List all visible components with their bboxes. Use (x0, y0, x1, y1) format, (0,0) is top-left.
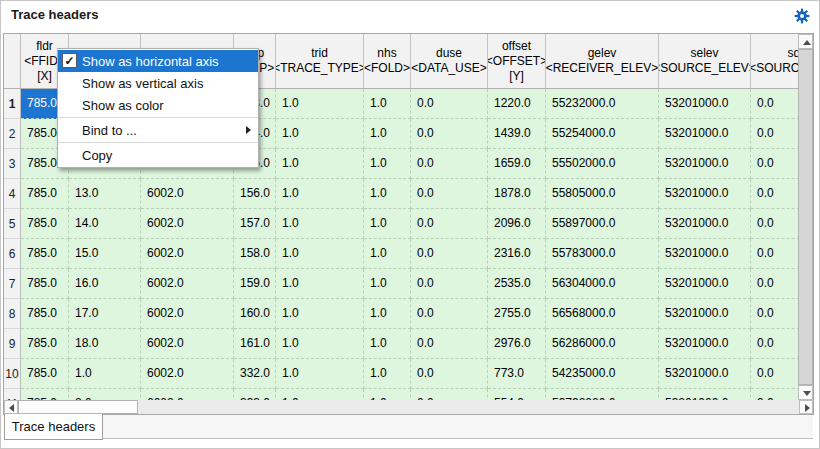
cell-trid-row8[interactable]: 1.0 (276, 299, 364, 329)
cell-sdepth-row6[interactable]: 0.0 (751, 239, 798, 269)
horizontal-scrollbar[interactable] (4, 400, 813, 414)
cell-cdp-row7[interactable]: 159.0 (234, 269, 276, 299)
cell-selev-row10[interactable]: 53201000.0 (659, 359, 751, 389)
cell-nhs-row7[interactable]: 1.0 (364, 269, 411, 299)
column-header-selev[interactable]: selev<SOURCE_ELEV> (659, 34, 751, 89)
cell-cdp-row9[interactable]: 161.0 (234, 329, 276, 359)
cell-nhs-row8[interactable]: 1.0 (364, 299, 411, 329)
cell-cdp-row6[interactable]: 158.0 (234, 239, 276, 269)
cell-ep-row7[interactable]: 6002.0 (141, 269, 234, 299)
cell-sdepth-row8[interactable]: 0.0 (751, 299, 798, 329)
cell-duse-row5[interactable]: 0.0 (411, 209, 488, 239)
cell-nhs-row10[interactable]: 1.0 (364, 359, 411, 389)
scroll-up-button[interactable] (798, 34, 813, 49)
menu-item-bind-to[interactable]: Bind to ... (58, 119, 258, 141)
cell-ep-row10[interactable]: 6002.0 (141, 359, 234, 389)
horizontal-scrollbar-thumb[interactable] (18, 400, 138, 414)
cell-sdepth-row11[interactable]: 0.0 (751, 389, 798, 400)
row-header-11[interactable]: 11 (4, 389, 21, 400)
cell-fldr-row7[interactable]: 785.0 (21, 269, 69, 299)
cell-cdp-row11[interactable]: 333.0 (234, 389, 276, 400)
column-header-nhs[interactable]: nhs<FOLD> (364, 34, 411, 89)
cell-offset-row11[interactable]: 554.0 (488, 389, 546, 400)
cell-offset-row3[interactable]: 1659.0 (488, 149, 546, 179)
cell-ep-row11[interactable]: 6002.0 (141, 389, 234, 400)
cell-trid-row3[interactable]: 1.0 (276, 149, 364, 179)
menu-item-show-as-vertical-axis[interactable]: Show as vertical axis (58, 72, 258, 94)
cell-gelev-row3[interactable]: 55502000.0 (546, 149, 659, 179)
cell-offset-row8[interactable]: 2755.0 (488, 299, 546, 329)
vertical-scrollbar-thumb[interactable] (798, 49, 813, 385)
scroll-left-button[interactable] (4, 400, 18, 414)
cell-selev-row6[interactable]: 53201000.0 (659, 239, 751, 269)
cell-nhs-row5[interactable]: 1.0 (364, 209, 411, 239)
cell-fldr-row9[interactable]: 785.0 (21, 329, 69, 359)
cell-selev-row7[interactable]: 53201000.0 (659, 269, 751, 299)
cell-gelev-row9[interactable]: 56286000.0 (546, 329, 659, 359)
cell-offset-row5[interactable]: 2096.0 (488, 209, 546, 239)
cell-duse-row10[interactable]: 0.0 (411, 359, 488, 389)
header-corner-cell[interactable] (4, 34, 21, 89)
cell-ep-row9[interactable]: 6002.0 (141, 329, 234, 359)
cell-trid-row6[interactable]: 1.0 (276, 239, 364, 269)
cell-fldr-row5[interactable]: 785.0 (21, 209, 69, 239)
cell-sdepth-row3[interactable]: 0.0 (751, 149, 798, 179)
cell-sdepth-row9[interactable]: 0.0 (751, 329, 798, 359)
cell-sdepth-row7[interactable]: 0.0 (751, 269, 798, 299)
cell-fldr-row10[interactable]: 785.0 (21, 359, 69, 389)
cell-nhs-row11[interactable]: 1.0 (364, 389, 411, 400)
cell-duse-row6[interactable]: 0.0 (411, 239, 488, 269)
row-header-5[interactable]: 5 (4, 209, 21, 239)
cell-sdepth-row5[interactable]: 0.0 (751, 209, 798, 239)
cell-offset-row9[interactable]: 2976.0 (488, 329, 546, 359)
cell-ep-row4[interactable]: 6002.0 (141, 179, 234, 209)
cell-nhs-row6[interactable]: 1.0 (364, 239, 411, 269)
cell-cdp-row5[interactable]: 157.0 (234, 209, 276, 239)
cell-trid-row1[interactable]: 1.0 (276, 89, 364, 119)
cell-selev-row2[interactable]: 53201000.0 (659, 119, 751, 149)
cell-selev-row9[interactable]: 53201000.0 (659, 329, 751, 359)
cell-sdepth-row1[interactable]: 0.0 (751, 89, 798, 119)
row-header-6[interactable]: 6 (4, 239, 21, 269)
cell-selev-row1[interactable]: 53201000.0 (659, 89, 751, 119)
column-header-offset[interactable]: offset<OFFSET>[Y] (488, 34, 546, 89)
tab-trace-headers[interactable]: Trace headers (4, 414, 103, 440)
column-header-duse[interactable]: duse<DATA_USE> (411, 34, 488, 89)
row-header-10[interactable]: 10 (4, 359, 21, 389)
cell-offset-row10[interactable]: 773.0 (488, 359, 546, 389)
row-header-9[interactable]: 9 (4, 329, 21, 359)
cell-gelev-row5[interactable]: 55897000.0 (546, 209, 659, 239)
scroll-down-button[interactable] (798, 385, 813, 400)
row-header-1[interactable]: 1 (4, 89, 21, 119)
settings-gear-icon[interactable] (794, 8, 810, 24)
row-header-8[interactable]: 8 (4, 299, 21, 329)
cell-cdp-row8[interactable]: 160.0 (234, 299, 276, 329)
cell-selev-row5[interactable]: 53201000.0 (659, 209, 751, 239)
cell-sdepth-row10[interactable]: 0.0 (751, 359, 798, 389)
row-header-2[interactable]: 2 (4, 119, 21, 149)
row-header-7[interactable]: 7 (4, 269, 21, 299)
cell-sdepth-row2[interactable]: 0.0 (751, 119, 798, 149)
cell-duse-row1[interactable]: 0.0 (411, 89, 488, 119)
cell-ep-row5[interactable]: 6002.0 (141, 209, 234, 239)
cell-trid-row11[interactable]: 1.0 (276, 389, 364, 400)
cell-fldr-row6[interactable]: 785.0 (21, 239, 69, 269)
cell-gelev-row8[interactable]: 56568000.0 (546, 299, 659, 329)
cell-tracf-row6[interactable]: 15.0 (69, 239, 141, 269)
cell-fldr-row4[interactable]: 785.0 (21, 179, 69, 209)
cell-ep-row8[interactable]: 6002.0 (141, 299, 234, 329)
scroll-right-button[interactable] (799, 400, 813, 414)
vertical-scrollbar[interactable] (798, 34, 813, 400)
cell-trid-row10[interactable]: 1.0 (276, 359, 364, 389)
cell-offset-row6[interactable]: 2316.0 (488, 239, 546, 269)
cell-cdp-row4[interactable]: 156.0 (234, 179, 276, 209)
cell-tracf-row7[interactable]: 16.0 (69, 269, 141, 299)
cell-duse-row2[interactable]: 0.0 (411, 119, 488, 149)
cell-duse-row8[interactable]: 0.0 (411, 299, 488, 329)
cell-trid-row4[interactable]: 1.0 (276, 179, 364, 209)
cell-trid-row5[interactable]: 1.0 (276, 209, 364, 239)
column-header-trid[interactable]: trid<TRACE_TYPE> (276, 34, 364, 89)
cell-tracf-row9[interactable]: 18.0 (69, 329, 141, 359)
cell-duse-row11[interactable]: 0.0 (411, 389, 488, 400)
cell-selev-row4[interactable]: 53201000.0 (659, 179, 751, 209)
